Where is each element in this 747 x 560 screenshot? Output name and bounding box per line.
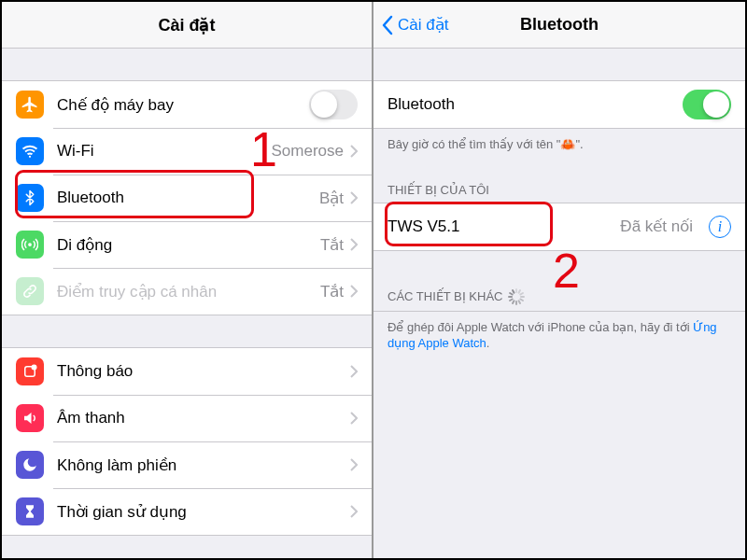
- row-bluetooth[interactable]: Bluetooth Bật: [2, 175, 372, 221]
- row-value: Tắt: [320, 235, 344, 255]
- row-sounds[interactable]: Âm thanh: [2, 395, 372, 441]
- link-icon: [16, 277, 44, 305]
- wifi-icon: [16, 137, 44, 165]
- pairing-note: Để ghép đôi Apple Watch với iPhone của b…: [374, 312, 745, 359]
- row-device[interactable]: TWS V5.1 Đã kết nối i: [374, 203, 745, 250]
- chevron-right-icon: [350, 238, 358, 251]
- chevron-right-icon: [350, 505, 358, 518]
- row-label: Wi-Fi: [57, 142, 272, 161]
- airplane-icon: [16, 91, 44, 119]
- chevron-right-icon: [350, 285, 358, 298]
- header-left: Cài đặt: [2, 2, 372, 49]
- info-icon[interactable]: i: [709, 216, 731, 238]
- settings-root: Cài đặt Chế độ máy bay Wi-Fi Somerose: [2, 2, 374, 558]
- header-title-left: Cài đặt: [158, 15, 215, 35]
- spinner-icon: [508, 288, 525, 305]
- hourglass-icon: [16, 497, 44, 525]
- row-label: Bluetooth: [388, 95, 683, 114]
- other-devices-header: CÁC THIẾT BỊ KHÁC: [374, 283, 745, 311]
- svg-point-0: [29, 156, 31, 158]
- header-title-right: Bluetooth: [520, 15, 599, 35]
- row-label: Bluetooth: [57, 189, 319, 207]
- row-label: Di động: [57, 235, 320, 255]
- chevron-left-icon: [381, 15, 394, 35]
- header-right: Cài đặt Bluetooth: [374, 2, 745, 49]
- row-value: Somerose: [272, 142, 344, 161]
- back-label: Cài đặt: [398, 15, 448, 35]
- row-label: Thông báo: [57, 362, 350, 381]
- row-label: Thời gian sử dụng: [57, 502, 350, 522]
- row-label: Chế độ máy bay: [57, 95, 309, 115]
- bluetooth-switch-group: Bluetooth: [374, 80, 745, 129]
- row-label: Không làm phiền: [57, 455, 350, 475]
- row-value: Bật: [319, 189, 344, 208]
- back-button[interactable]: Cài đặt: [381, 15, 448, 35]
- chevron-right-icon: [350, 191, 358, 204]
- svg-point-1: [28, 243, 32, 246]
- my-devices-header: THIẾT BỊ CỦA TÔI: [374, 177, 745, 203]
- sound-icon: [16, 404, 44, 432]
- moon-icon: [16, 451, 44, 479]
- svg-point-3: [32, 365, 37, 371]
- row-screentime[interactable]: Thời gian sử dụng: [2, 488, 372, 535]
- row-hotspot[interactable]: Điểm truy cập cá nhân Tắt: [2, 268, 372, 315]
- row-airplane[interactable]: Chế độ máy bay: [2, 81, 372, 128]
- chevron-right-icon: [350, 412, 358, 425]
- device-status: Đã kết nối: [620, 217, 693, 236]
- my-devices-group: TWS V5.1 Đã kết nối i: [374, 203, 745, 251]
- discoverable-note: Bây giờ có thể tìm thấy với tên "🦀".: [374, 129, 745, 161]
- row-dnd[interactable]: Không làm phiền: [2, 441, 372, 488]
- bluetooth-icon: [16, 184, 44, 212]
- notify-icon: [16, 357, 44, 385]
- row-notifications[interactable]: Thông báo: [2, 348, 372, 395]
- bluetooth-toggle[interactable]: [683, 90, 731, 119]
- airplane-toggle[interactable]: [309, 90, 358, 119]
- chevron-right-icon: [350, 365, 358, 378]
- settings-group-connectivity: Chế độ máy bay Wi-Fi Somerose Bluetooth …: [2, 80, 372, 315]
- settings-group-general: Thông báo Âm thanh Không làm phiền: [2, 347, 372, 536]
- chevron-right-icon: [350, 458, 358, 471]
- row-cellular[interactable]: Di động Tắt: [2, 221, 372, 268]
- row-value: Tắt: [320, 282, 344, 301]
- row-label: Điểm truy cập cá nhân: [57, 282, 320, 301]
- device-name: TWS V5.1: [388, 217, 620, 236]
- chevron-right-icon: [350, 145, 358, 158]
- row-label: Âm thanh: [57, 409, 350, 427]
- row-wifi[interactable]: Wi-Fi Somerose: [2, 128, 372, 175]
- cellular-icon: [16, 231, 44, 259]
- row-bluetooth-switch[interactable]: Bluetooth: [374, 81, 745, 128]
- bluetooth-screen: Cài đặt Bluetooth Bluetooth Bây giờ có t…: [374, 2, 745, 558]
